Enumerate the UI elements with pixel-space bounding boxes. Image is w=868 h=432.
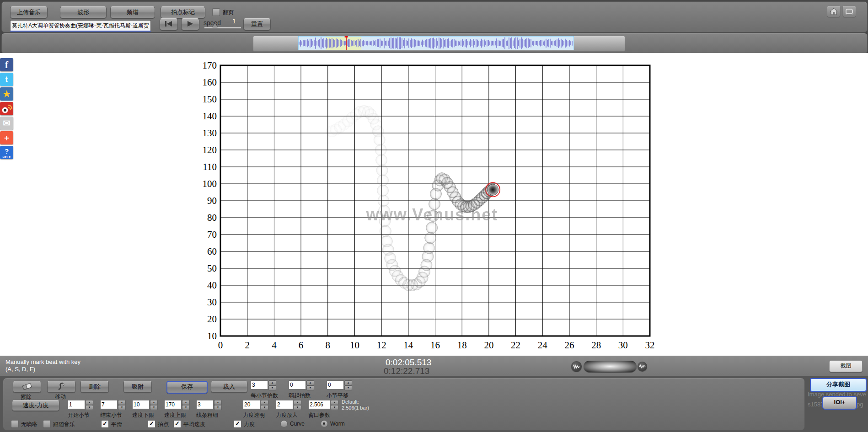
wave-icon-right[interactable] <box>638 362 647 371</box>
end-bar-spinner-up[interactable]: ▲ <box>118 400 126 405</box>
wave-icon-left[interactable] <box>571 361 582 372</box>
window-param-spinner[interactable]: ▲▼ <box>308 400 338 409</box>
svg-text:30: 30 <box>207 297 217 308</box>
beats-per-bar-spinner-value[interactable] <box>251 380 268 389</box>
line-width-spinner-down[interactable]: ▼ <box>214 405 222 410</box>
play-icon <box>187 21 194 27</box>
beats-per-bar-spinner-up[interactable]: ▲ <box>268 380 276 385</box>
twitter-icon[interactable]: t <box>0 73 13 86</box>
delete-button[interactable]: 删除 <box>80 381 109 393</box>
mail-icon[interactable]: ✉ <box>0 117 13 130</box>
qzone-icon[interactable]: ★ <box>0 87 13 101</box>
no-tick-checkbox[interactable] <box>11 420 19 428</box>
waveform-strip[interactable] <box>298 36 574 50</box>
smooth-checkbox-label: 平滑 <box>111 421 122 428</box>
dynamics-scale-spinner[interactable]: ▲▼ <box>276 400 301 409</box>
dynamics-checkbox[interactable]: ✓ <box>234 420 241 428</box>
addthis-icon[interactable]: + <box>0 131 13 144</box>
weibo-icon[interactable] <box>0 102 13 115</box>
pickup-beats-spinner-value[interactable] <box>289 380 306 389</box>
time-total: 0:12:22.713 <box>384 366 429 376</box>
start-bar-spinner-value[interactable] <box>68 400 85 409</box>
share-screenshot-button[interactable]: 分享截图 <box>810 378 867 392</box>
start-bar-spinner[interactable]: ▲▼ <box>68 400 93 409</box>
end-bar-spinner[interactable]: ▲▼ <box>100 400 126 409</box>
pickup-beats-spinner-down[interactable]: ▼ <box>306 385 314 390</box>
dynamics-alpha-spinner-down[interactable]: ▼ <box>261 405 268 410</box>
start-bar-spinner-up[interactable]: ▲ <box>86 400 93 405</box>
speed-min-spinner-value[interactable] <box>132 400 150 409</box>
bar-shift-spinner-up[interactable]: ▲ <box>344 380 352 385</box>
dynamics-checkbox-label: 力度 <box>244 421 255 428</box>
volume-slider[interactable] <box>584 361 637 372</box>
dynamics-scale-spinner-up[interactable]: ▲ <box>294 400 301 405</box>
reset-button[interactable]: 重置 <box>243 18 271 30</box>
dynamics-scale-spinner-down[interactable]: ▼ <box>294 405 301 410</box>
average-speed-checkbox[interactable]: ✓ <box>173 420 181 428</box>
bar-shift-spinner-value[interactable] <box>327 380 344 389</box>
speed-max-spinner-up[interactable]: ▲ <box>182 400 190 405</box>
line-width-spinner[interactable]: ▲▼ <box>196 400 222 409</box>
help-icon[interactable]: ?HELP <box>0 146 13 159</box>
beat-mark-button[interactable]: 拍点标记 <box>161 6 205 18</box>
facebook-icon[interactable]: f <box>0 58 13 71</box>
pickup-beats-spinner-up[interactable]: ▲ <box>306 380 314 385</box>
worm-radio[interactable] <box>321 420 328 427</box>
load-button[interactable]: 载入 <box>211 381 247 393</box>
song-title-field[interactable] <box>10 20 151 32</box>
screenshot-button[interactable]: 截图 <box>829 360 863 372</box>
follow-music-checkbox[interactable] <box>43 420 51 428</box>
snap-button[interactable]: 吸附 <box>123 381 152 393</box>
dynamics-alpha-spinner[interactable]: ▲▼ <box>243 400 268 409</box>
line-width-spinner-up[interactable]: ▲ <box>214 400 222 405</box>
smooth-checkbox[interactable]: ✓ <box>101 420 109 428</box>
svg-text:24: 24 <box>538 340 548 351</box>
bar-shift-spinner-down[interactable]: ▼ <box>344 385 352 390</box>
speed-max-spinner-value[interactable] <box>164 400 182 409</box>
svg-text:60: 60 <box>207 246 217 257</box>
skip-start-button[interactable] <box>160 18 178 30</box>
speed-max-spinner-down[interactable]: ▼ <box>182 405 190 410</box>
snapshot-icon[interactable] <box>843 6 856 17</box>
ioi-plus-button[interactable]: IOI+ <box>822 396 857 410</box>
beats-per-bar-spinner-down[interactable]: ▼ <box>268 385 276 390</box>
spectrum-button[interactable]: 频谱 <box>110 6 155 18</box>
end-bar-spinner-down[interactable]: ▼ <box>118 405 126 410</box>
window-param-spinner-value[interactable] <box>308 400 330 409</box>
pickup-beats-spinner[interactable]: ▲▼ <box>289 380 314 389</box>
flip-page-checkbox[interactable] <box>212 8 220 16</box>
window-param-spinner-down[interactable]: ▼ <box>331 405 338 410</box>
speed-slider-thumb[interactable] <box>212 23 218 27</box>
end-bar-spinner-value[interactable] <box>100 400 118 409</box>
speed-slider-track[interactable] <box>204 27 241 28</box>
dynamics-alpha-spinner-value[interactable] <box>243 400 260 409</box>
start-bar-spinner-down[interactable]: ▼ <box>86 405 93 410</box>
play-button[interactable] <box>181 18 199 30</box>
erase-button[interactable] <box>13 381 41 393</box>
window-param-spinner-up[interactable]: ▲ <box>331 400 338 405</box>
waveform-button[interactable]: 波形 <box>60 6 107 18</box>
upload-music-button[interactable]: 上传音乐 <box>10 6 48 18</box>
move-button[interactable] <box>47 381 75 393</box>
svg-text:4: 4 <box>272 340 277 351</box>
beat-points-checkbox[interactable]: ✓ <box>148 420 155 428</box>
speed-min-spinner-up[interactable]: ▲ <box>150 400 158 405</box>
svg-text:0: 0 <box>218 340 223 351</box>
beats-per-bar-spinner[interactable]: ▲▼ <box>251 380 276 389</box>
waveform-outer-bar[interactable] <box>253 36 625 52</box>
line-width-spinner-value[interactable] <box>196 400 214 409</box>
speed-min-spinner-down[interactable]: ▼ <box>150 405 158 410</box>
speed-min-spinner[interactable]: ▲▼ <box>132 400 158 409</box>
home-icon[interactable] <box>827 6 840 17</box>
dynamics-scale-spinner-value[interactable] <box>276 400 293 409</box>
bar-shift-spinner[interactable]: ▲▼ <box>327 380 352 389</box>
svg-text:90: 90 <box>207 195 217 206</box>
tempo-dynamics-button[interactable]: 速度-力度 <box>12 400 59 411</box>
line-width-spinner-label: 线条粗细 <box>196 411 218 419</box>
save-button[interactable]: 保存 <box>166 381 208 394</box>
speed-max-spinner[interactable]: ▲▼ <box>164 400 190 409</box>
dynamics-alpha-spinner-label: 力度透明 <box>243 411 265 419</box>
dynamics-alpha-spinner-up[interactable]: ▲ <box>261 400 268 405</box>
worm-head[interactable] <box>488 184 498 195</box>
curve-radio[interactable] <box>280 420 288 427</box>
